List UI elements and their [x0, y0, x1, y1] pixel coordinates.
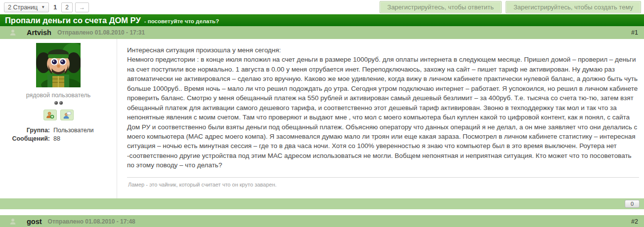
post-number-link[interactable]: #2 — [631, 218, 638, 225]
chevron-down-icon: ▼ — [41, 5, 45, 9]
topic-title: Пропали деньги со счета ДОМ РУ — [5, 16, 141, 25]
register-to-reply-button[interactable]: Зарегистрируйтесь, чтобы ответить — [380, 1, 502, 13]
post-author[interactable]: Artvish — [27, 29, 51, 37]
posts-gap — [0, 209, 644, 215]
add-friend-icon — [46, 112, 54, 119]
post-number-link[interactable]: #1 — [631, 29, 638, 36]
topic-subtitle: - посоветуйте что делать? — [144, 17, 219, 24]
next-page-button[interactable]: → — [75, 2, 89, 12]
messages-value: 88 — [53, 135, 117, 142]
post-1: Artvish Отправлено 01.08.2010 - 17:31 #1 — [0, 26, 644, 209]
post-signature: Ламер - это чайник, который считает что … — [127, 177, 639, 188]
pagination: 2 Страниц ▼ 1 2 → — [4, 2, 89, 12]
user-silhouette-icon — [9, 29, 17, 37]
rank-pip — [54, 101, 58, 105]
register-to-create-topic-button[interactable]: Зарегистрируйтесь, чтобы создать тему — [506, 1, 641, 13]
rank-pips — [0, 101, 117, 105]
post-text: Интересная ситуация произошла у меня сег… — [127, 45, 639, 170]
post-1-user-panel: рядовой пользователь — [0, 39, 117, 198]
pages-dropdown-label: 2 Страниц — [8, 4, 38, 11]
send-message-button[interactable] — [60, 110, 74, 120]
private-message-icon — [63, 112, 71, 119]
post-1-body: рядовой пользователь — [0, 39, 644, 198]
post-author[interactable]: gost — [27, 218, 42, 226]
post-2-header: gost Отправлено 01.08.2010 - 17:48 #2 — [0, 215, 644, 227]
group-value: Пользователи — [53, 127, 117, 134]
topbar: 2 Страниц ▼ 1 2 → Зарегистрируйтесь, что… — [0, 0, 644, 14]
topic-title-bar: Пропали деньги со счета ДОМ РУ - посовет… — [0, 14, 644, 26]
user-profile-info: Группа: Пользователи Сообщений: 88 — [0, 127, 117, 142]
page-current: 1 — [51, 3, 59, 11]
post-rating-button[interactable]: 0 — [625, 200, 640, 208]
topic-actions: Зарегистрируйтесь, чтобы ответить Зареги… — [380, 1, 641, 13]
user-action-icons — [0, 110, 117, 120]
add-friend-button[interactable] — [43, 110, 57, 120]
pages-dropdown[interactable]: 2 Страниц ▼ — [4, 2, 49, 12]
page-link-2[interactable]: 2 — [61, 2, 73, 12]
post-date: Отправлено 01.08.2010 - 17:48 — [48, 218, 135, 225]
group-label: Группа: — [0, 127, 53, 134]
post-1-content: Интересная ситуация произошла у меня сег… — [117, 39, 644, 198]
post-1-footer: 0 — [0, 198, 644, 209]
messages-label: Сообщений: — [0, 135, 53, 142]
avatar[interactable] — [36, 43, 81, 87]
post-date: Отправлено 01.08.2010 - 17:31 — [57, 29, 145, 36]
post-2: gost Отправлено 01.08.2010 - 17:48 #2 — [0, 215, 644, 227]
user-silhouette-icon — [9, 218, 17, 226]
post-1-header: Artvish Отправлено 01.08.2010 - 17:31 #1 — [0, 26, 644, 39]
user-rank-title: рядовой пользователь — [0, 92, 117, 99]
rank-pip — [59, 101, 63, 105]
